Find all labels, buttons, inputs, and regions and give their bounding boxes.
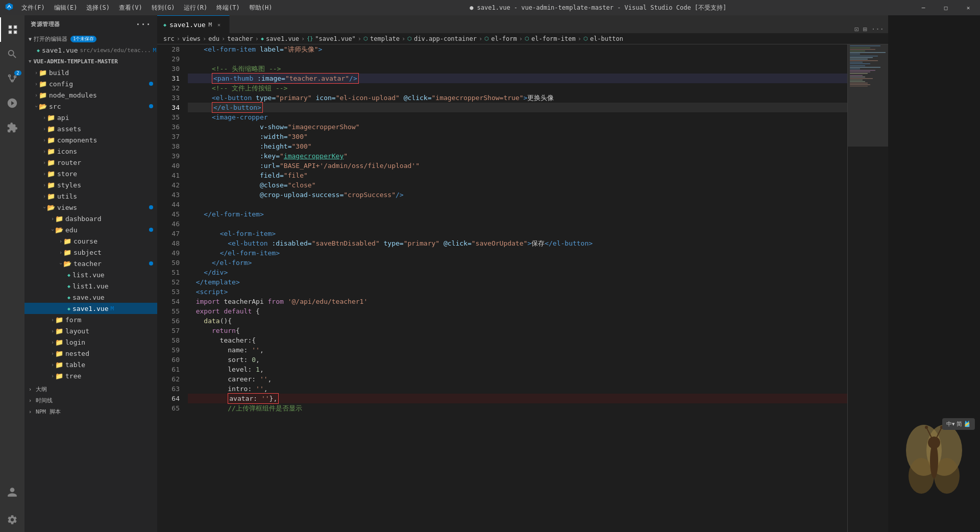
menu-goto[interactable]: 转到(G) [148,4,179,12]
folder-dashboard-label: dashboard [65,215,101,223]
folder-nested[interactable]: › 📁 nested [24,348,157,359]
crumb-div-app[interactable]: div.app-container [414,35,477,42]
crumb-el-form[interactable]: el-form [491,35,517,42]
folder-subject[interactable]: › 📁 subject [24,247,157,258]
crumb-src[interactable]: src [163,35,175,42]
section-npm[interactable]: › NPM 脚本 [24,406,157,417]
open-editors-section[interactable]: ▼ 打开的编辑器 1个未保存 [24,33,157,44]
folder-course[interactable]: › 📁 course [24,235,157,247]
folder-views-label: views [57,204,77,211]
crumb-views[interactable]: views [182,35,201,42]
split-editor-icon[interactable]: ⊡ [854,25,859,33]
code-line-47: <el-form-item> [188,229,847,238]
activity-account[interactable] [0,480,24,504]
section-timeline[interactable]: › 时间线 [24,395,157,406]
menu-view[interactable]: 查看(V) [115,4,146,12]
folder-login[interactable]: › 📁 login [24,336,157,348]
close-button[interactable]: ✕ [957,0,980,15]
folder-config[interactable]: › 📁 config [24,78,157,89]
folder-table[interactable]: › 📁 table [24,359,157,370]
root-folder[interactable]: ▼ VUE-ADMIN-TEMPLATE-MASTER [24,56,157,67]
folder-src[interactable]: › 📂 src [24,101,157,112]
deco-tag: 中▾ 简 🎽 [942,418,975,430]
folder-styles[interactable]: › 📁 styles [24,179,157,190]
folder-views[interactable]: › 📂 views [24,202,157,213]
file-list1-vue[interactable]: ◆ list1.vue [24,280,157,292]
minimize-button[interactable]: ─ [912,0,935,15]
activity-debug[interactable] [0,91,24,115]
code-content[interactable]: <el-form-item label="讲师头像"> <!-- 头衔缩略图 -… [184,44,847,532]
code-line-52: </template> [188,277,847,287]
folder-form[interactable]: › 📁 form [24,314,157,325]
crumb-save1-name[interactable]: "save1.vue" [315,35,355,42]
code-editor[interactable]: 28 29 30 31 32 33 34 35 36 37 38 39 40 4… [157,44,888,532]
menu-edit[interactable]: 编辑(E) [50,4,82,12]
folder-dashboard[interactable]: › 📁 dashboard [24,213,157,224]
crumb-teacher[interactable]: teacher [227,35,253,42]
layout-icon[interactable]: ⊞ [863,25,867,33]
icons-arrow: › [43,149,46,154]
code-line-37: :width="300" [188,132,847,141]
crumb-el-form-item[interactable]: el-form-item [531,35,576,42]
code-line-53: <script> [188,287,847,297]
sidebar-more-icon[interactable]: ··· [136,19,151,29]
sidebar-content[interactable]: ▼ 打开的编辑器 1个未保存 ◆ save1.vue src/views/edu… [24,33,157,532]
folder-assets[interactable]: › 📁 assets [24,123,157,134]
folder-teacher[interactable]: › 📂 teacher [24,258,157,269]
maximize-button[interactable]: □ [934,0,958,15]
folder-build[interactable]: › 📁 build [24,67,157,78]
menu-help[interactable]: 帮助(H) [245,4,277,12]
menu-select[interactable]: 选择(S) [82,4,114,12]
more-actions-icon[interactable]: ··· [871,25,884,33]
folder-edu[interactable]: › 📂 edu [24,224,157,235]
code-line-49: </el-form-item> [188,248,847,258]
section-outline[interactable]: › 大纲 [24,383,157,395]
activity-explorer[interactable] [0,17,24,42]
crumb-edu[interactable]: edu [208,35,219,42]
folder-api[interactable]: › 📁 api [24,112,157,123]
menu-run[interactable]: 运行(R) [180,4,211,12]
activity-extensions[interactable] [0,115,24,140]
crumb-vue-icon: ◆ [261,36,264,41]
folder-store[interactable]: › 📁 store [24,168,157,179]
open-editors-label: 打开的编辑器 [34,35,67,43]
file-save1-vue[interactable]: ◆ save1.vue M [24,303,157,314]
folder-api-label: api [57,114,69,122]
crumb-el-button[interactable]: el-button [590,35,623,42]
menu-file[interactable]: 文件(F) [17,4,49,12]
folder-icon15: 📂 [55,226,63,234]
build-arrow: › [35,70,38,76]
code-line-56: data(){ [188,316,847,326]
folder-build-label: build [49,69,69,77]
activity-git[interactable]: 2 [0,66,24,91]
minimap[interactable] [847,44,888,532]
activity-settings[interactable] [0,507,24,532]
minimap-viewport [848,44,888,147]
menu-terminal[interactable]: 终端(T) [212,4,244,12]
folder-subject-label: subject [74,249,102,256]
folder-layout[interactable]: › 📁 layout [24,325,157,336]
folder-icons[interactable]: › 📁 icons [24,146,157,157]
crumb-elform-icon: ⬡ [484,36,489,41]
crumb-save1-vue[interactable]: save1.vue [266,35,299,42]
activity-search[interactable] [0,42,24,66]
crumb-template[interactable]: template [370,35,400,42]
editor-container: ◆ save1.vue M ✕ ⊡ ⊞ ··· src › views › ed… [157,15,888,532]
folder-components[interactable]: › 📁 components [24,134,157,146]
folder-utils[interactable]: › 📁 utils [24,190,157,202]
subject-arrow: › [59,250,62,255]
folder-router[interactable]: › 📁 router [24,157,157,168]
folder-node-modules[interactable]: › 📁 node_modules [24,89,157,101]
git-badge: 2 [14,70,21,76]
src-dot [149,104,153,108]
open-file-save1[interactable]: ◆ save1.vue src/views/edu/teac... M [24,44,157,56]
file-list-vue[interactable]: ◆ list.vue [24,269,157,280]
tab-close-icon[interactable]: ✕ [215,20,223,29]
folder-tree[interactable]: › 📁 tree [24,370,157,381]
folder-assets-label: assets [57,125,81,133]
file-save-vue[interactable]: ◆ save.vue [24,292,157,303]
config-arrow: › [35,81,38,87]
tab-save1-vue[interactable]: ◆ save1.vue M ✕ [157,15,230,33]
code-line-64: avatar: ''}, [188,394,847,403]
form-arrow: › [51,317,54,323]
